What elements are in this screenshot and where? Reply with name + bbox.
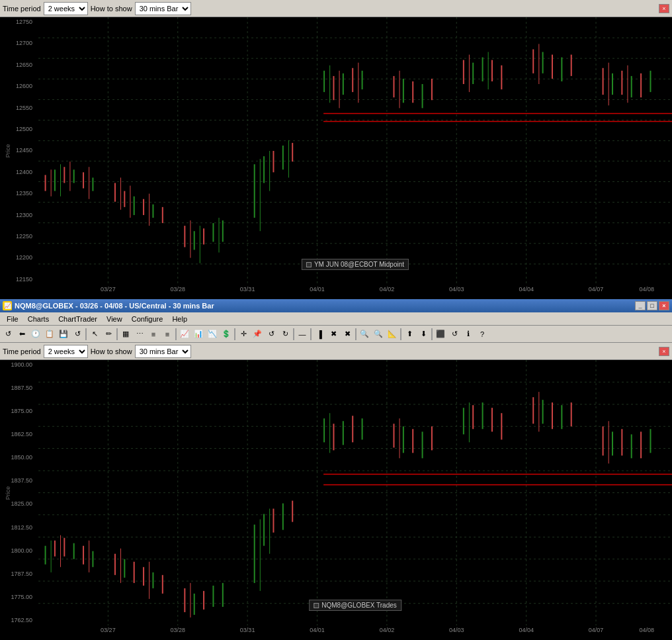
bottom-title-buttons: _ □ × bbox=[635, 301, 669, 310]
svg-rect-117 bbox=[54, 541, 56, 557]
svg-rect-175 bbox=[650, 429, 651, 453]
toolbar-icon-12[interactable]: ≡ bbox=[161, 328, 174, 341]
svg-rect-174 bbox=[640, 432, 642, 458]
top-price-1: 12700 bbox=[0, 40, 34, 46]
menu-charttrader[interactable]: ChartTrader bbox=[54, 314, 101, 324]
bot-date-5: 04/03 bbox=[449, 627, 464, 633]
toolbar-icon-31[interactable]: ↺ bbox=[448, 328, 461, 341]
menu-view[interactable]: View bbox=[103, 314, 126, 324]
toolbar-icon-28[interactable]: ⬆ bbox=[403, 328, 416, 341]
toolbar-icon-19[interactable]: ↺ bbox=[265, 328, 278, 341]
how-to-show-select-bot[interactable]: 30 mins Bar bbox=[135, 345, 191, 358]
svg-rect-75 bbox=[472, 63, 474, 84]
bottom-minimize-btn[interactable]: _ bbox=[635, 301, 646, 310]
time-period-select-top[interactable]: 2 weeks bbox=[44, 2, 88, 15]
toolbar-icon-32[interactable]: ℹ bbox=[462, 328, 475, 341]
top-x-labels: 03/27 03/28 03/31 04/01 04/02 04/03 04/0… bbox=[38, 286, 672, 298]
toolbar-icon-11[interactable]: ≡ bbox=[147, 328, 160, 341]
svg-rect-91 bbox=[631, 76, 632, 97]
bot-date-0: 03/27 bbox=[101, 627, 116, 633]
svg-rect-79 bbox=[501, 66, 502, 89]
bot-date-3: 04/01 bbox=[310, 627, 325, 633]
toolbar-icon-5[interactable]: 💾 bbox=[57, 328, 70, 341]
svg-rect-73 bbox=[463, 60, 464, 84]
menu-configure[interactable]: Configure bbox=[128, 314, 167, 324]
close-button-top[interactable]: × bbox=[659, 4, 669, 13]
bottom-label-text: NQM8@GLOBEX Trades bbox=[321, 602, 397, 609]
time-period-select-bot[interactable]: 2 weeks bbox=[44, 345, 88, 358]
toolbar-icon-18[interactable]: 📌 bbox=[251, 328, 264, 341]
svg-rect-123 bbox=[92, 551, 93, 567]
toolbar-icon-17[interactable]: ✛ bbox=[237, 328, 250, 341]
toolbar-icon-3[interactable]: 🕐 bbox=[29, 328, 42, 341]
bot-price-1: 1887.50 bbox=[0, 385, 34, 391]
bottom-candle-svg bbox=[38, 360, 672, 625]
toolbar-icon-33[interactable]: ? bbox=[476, 328, 489, 341]
bottom-maximize-btn[interactable]: □ bbox=[647, 301, 657, 310]
bot-date-8: 04/08 bbox=[639, 627, 654, 633]
svg-rect-140 bbox=[263, 514, 265, 546]
svg-rect-138 bbox=[254, 525, 255, 583]
toolbar-icon-16[interactable]: 💲 bbox=[220, 328, 233, 341]
bot-price-0: 1900.00 bbox=[0, 362, 34, 368]
toolbar-sep-1 bbox=[85, 328, 87, 340]
svg-rect-70 bbox=[412, 81, 413, 103]
toolbar-icon-27[interactable]: 📐 bbox=[386, 328, 399, 341]
svg-rect-55 bbox=[273, 151, 274, 172]
top-chart-container: Price 12750 12700 12650 12600 12550 1250… bbox=[0, 17, 672, 299]
toolbar-icon-24[interactable]: ✖ bbox=[341, 328, 354, 341]
menu-file[interactable]: File bbox=[3, 314, 22, 324]
svg-rect-67 bbox=[393, 76, 394, 97]
svg-rect-61 bbox=[333, 76, 334, 100]
svg-rect-162 bbox=[501, 413, 502, 439]
top-date-2: 03/31 bbox=[240, 286, 255, 293]
toolbar-icon-10[interactable]: ⋯ bbox=[133, 328, 146, 341]
top-x-axis: 03/27 03/28 03/31 04/01 04/02 04/03 04/0… bbox=[0, 285, 672, 299]
toolbar-icon-1[interactable]: ↺ bbox=[1, 328, 15, 341]
toolbar-icon-20[interactable]: ↻ bbox=[278, 328, 292, 341]
toolbar-icon-25[interactable]: 🔍 bbox=[358, 328, 371, 341]
bottom-close-btn[interactable]: × bbox=[659, 301, 669, 310]
time-period-label-bot: Time period bbox=[3, 347, 41, 355]
toolbar-icon-26[interactable]: 🔍 bbox=[372, 328, 385, 341]
close-button-bot[interactable]: × bbox=[659, 347, 669, 356]
toolbar-icon-4[interactable]: 📋 bbox=[43, 328, 56, 341]
top-chart-inner: Price 12750 12700 12650 12600 12550 1250… bbox=[0, 17, 672, 285]
toolbar-sep-9 bbox=[431, 328, 433, 340]
svg-rect-163 bbox=[532, 397, 534, 424]
bottom-chart-window: 📈 NQM8@GLOBEX - 03/26 - 04/08 - US/Centr… bbox=[0, 299, 672, 640]
svg-rect-41 bbox=[152, 205, 153, 218]
toolbar-icon-21[interactable]: — bbox=[296, 328, 309, 341]
menu-charts[interactable]: Charts bbox=[24, 314, 53, 324]
top-chart-window: Time period 2 weeks How to show 30 mins … bbox=[0, 0, 672, 299]
svg-rect-173 bbox=[631, 434, 632, 458]
toolbar-icon-29[interactable]: ⬇ bbox=[417, 328, 430, 341]
svg-rect-151 bbox=[393, 424, 394, 447]
toolbar-icon-13[interactable]: 📈 bbox=[178, 328, 191, 341]
toolbar-icon-6[interactable]: ↺ bbox=[71, 328, 84, 341]
toolbar-icon-2[interactable]: ⬅ bbox=[15, 328, 28, 341]
svg-rect-149 bbox=[352, 416, 353, 442]
bot-date-4: 04/02 bbox=[380, 627, 395, 633]
svg-rect-69 bbox=[403, 79, 404, 103]
toolbar-icon-30[interactable]: ⬛ bbox=[434, 328, 447, 341]
bottom-chart-inner: Price 1900.00 1887.50 1875.00 1862.50 18… bbox=[0, 360, 672, 625]
toolbar-icon-8[interactable]: ✏ bbox=[102, 328, 115, 341]
toolbar-icon-14[interactable]: 📊 bbox=[192, 328, 205, 341]
toolbar-icon-22[interactable]: ▐ bbox=[313, 328, 326, 341]
top-price-5: 12500 bbox=[0, 126, 34, 132]
bottom-title-text: NQM8@GLOBEX - 03/26 - 04/08 - US/Central… bbox=[15, 302, 214, 310]
svg-rect-39 bbox=[143, 199, 144, 215]
svg-rect-56 bbox=[282, 146, 284, 169]
toolbar-icon-7[interactable]: ↖ bbox=[88, 328, 101, 341]
toolbar-icon-23[interactable]: ✖ bbox=[327, 328, 340, 341]
how-to-show-select-top[interactable]: 30 mins Bar bbox=[135, 2, 191, 15]
top-date-4: 04/02 bbox=[380, 286, 395, 293]
toolbar-sep-2 bbox=[116, 328, 118, 340]
toolbar-icon-9[interactable]: ▦ bbox=[119, 328, 132, 341]
menu-help[interactable]: Help bbox=[168, 314, 191, 324]
svg-rect-93 bbox=[650, 71, 651, 92]
svg-rect-63 bbox=[343, 73, 344, 95]
toolbar-icon-15[interactable]: 📉 bbox=[206, 328, 219, 341]
svg-rect-43 bbox=[184, 226, 185, 247]
